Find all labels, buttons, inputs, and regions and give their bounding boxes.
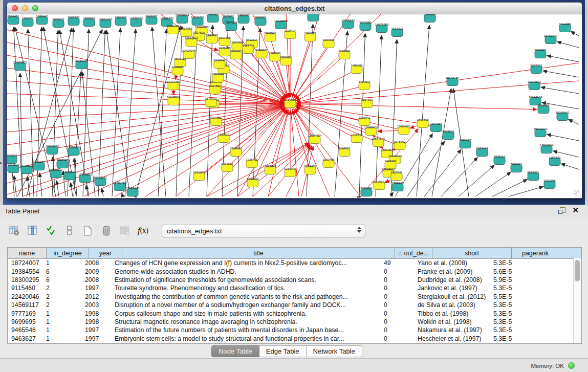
table-cell[interactable]: Disruption of a novel member of a sodium… bbox=[111, 301, 380, 309]
column-header-name[interactable]: name bbox=[8, 248, 46, 258]
float-window-icon[interactable] bbox=[558, 207, 565, 214]
table-cell[interactable]: 5.3E-5 bbox=[490, 301, 534, 309]
graph-node[interactable]: 6879197 bbox=[459, 139, 471, 148]
column-header-short[interactable]: short bbox=[432, 248, 511, 258]
graph-node[interactable]: 10688609 bbox=[364, 126, 378, 136]
graph-node[interactable]: 11156829 bbox=[20, 164, 33, 174]
minimize-button[interactable] bbox=[22, 5, 28, 11]
table-cell[interactable]: 5.3E-5 bbox=[490, 310, 534, 317]
graph-node[interactable]: 6466160 bbox=[237, 14, 250, 24]
graph-edge[interactable] bbox=[424, 149, 461, 196]
column-header-pagerank[interactable]: pagerank bbox=[511, 248, 559, 258]
table-cell[interactable]: 5.3E-5 bbox=[490, 326, 534, 334]
graph-node[interactable]: 7325415 bbox=[246, 158, 258, 168]
graph-node[interactable]: 8652612 bbox=[230, 50, 242, 59]
table-cell[interactable]: 1 bbox=[42, 259, 81, 267]
graph-node[interactable]: 8503722 bbox=[68, 16, 80, 26]
graph-node[interactable]: 2522541 bbox=[390, 171, 403, 181]
table-cell[interactable]: 14569117 bbox=[8, 301, 42, 309]
table-cell[interactable]: 6 bbox=[42, 268, 81, 275]
graph-edge[interactable] bbox=[7, 104, 290, 132]
table-cell[interactable]: 0 bbox=[380, 326, 414, 334]
graph-edge[interactable] bbox=[7, 55, 290, 104]
graph-node[interactable]: 3175685 bbox=[219, 47, 231, 56]
table-cell[interactable]: 9465546 bbox=[8, 326, 42, 334]
table-selector-dropdown[interactable]: citations_edges.txt bbox=[162, 225, 365, 237]
table-cell[interactable]: 1997 bbox=[81, 326, 111, 334]
table-cell[interactable]: 0 bbox=[380, 276, 414, 283]
column-header-out_de[interactable]: △out_de... bbox=[395, 248, 432, 258]
graph-node[interactable]: 15692371 bbox=[534, 127, 548, 137]
graph-edge[interactable] bbox=[407, 141, 445, 196]
select-all-checks-icon[interactable] bbox=[44, 224, 58, 238]
graph-node[interactable]: 3216642 bbox=[358, 116, 371, 126]
graph-node[interactable]: 9075692 bbox=[394, 140, 406, 150]
graph-node[interactable]: 1221797 bbox=[304, 32, 316, 41]
graph-edge[interactable] bbox=[290, 14, 319, 104]
new-table-icon[interactable] bbox=[81, 224, 95, 238]
graph-edge[interactable] bbox=[569, 120, 579, 124]
column-header-in_degree[interactable]: in_degree bbox=[46, 248, 89, 258]
graph-edge[interactable] bbox=[136, 196, 137, 198]
graph-node[interactable]: 11514519 bbox=[49, 168, 63, 178]
graph-node[interactable]: 7625402 bbox=[230, 147, 242, 157]
graph-node[interactable]: 9474444 bbox=[476, 147, 488, 157]
vertical-scrollbar[interactable] bbox=[573, 258, 581, 343]
graph-node[interactable]: 7609513 bbox=[83, 17, 95, 27]
graph-edge[interactable] bbox=[459, 165, 494, 196]
graph-node[interactable]: 20206576 bbox=[46, 145, 59, 155]
graph-node[interactable]: 19218586 bbox=[274, 19, 288, 29]
graph-node[interactable]: 12093832 bbox=[528, 80, 541, 90]
network-window-titlebar[interactable]: citations_edges.txt bbox=[7, 3, 582, 14]
graph-node[interactable]: 1054803 bbox=[322, 38, 335, 48]
graph-node[interactable]: 12213382 bbox=[167, 80, 181, 90]
table-cell[interactable]: Embryonic stem cells: a model to study s… bbox=[111, 335, 380, 342]
graph-edge[interactable] bbox=[39, 173, 42, 196]
table-cell[interactable]: 0 bbox=[380, 310, 414, 317]
graph-node[interactable]: 1853112 bbox=[218, 133, 230, 143]
graph-node[interactable]: 16958197 bbox=[94, 176, 107, 186]
table-cell[interactable]: de Silva et al. (2003) bbox=[414, 301, 490, 309]
graph-node[interactable]: 18226732 bbox=[191, 16, 205, 26]
table-cell[interactable]: 1998 bbox=[81, 318, 111, 325]
graph-edge[interactable] bbox=[122, 193, 123, 196]
graph-node[interactable]: 9827508 bbox=[219, 36, 231, 46]
table-cell[interactable]: 1997 bbox=[81, 335, 111, 342]
table-cell[interactable]: 0 bbox=[380, 318, 414, 325]
graph-node[interactable]: 8454749 bbox=[242, 44, 254, 54]
graph-edge[interactable] bbox=[296, 107, 357, 139]
graph-edge[interactable] bbox=[290, 104, 330, 196]
table-cell[interactable]: 19384554 bbox=[8, 268, 42, 275]
table-cell[interactable]: Wolkin et al. (1998) bbox=[414, 318, 490, 325]
graph-node[interactable]: 17957253 bbox=[78, 173, 92, 183]
graph-edge[interactable] bbox=[102, 188, 103, 196]
graph-node[interactable]: 9154694 bbox=[361, 98, 373, 108]
column-header-year[interactable]: year bbox=[89, 248, 122, 258]
graph-node[interactable]: 8512104 bbox=[307, 14, 319, 21]
graph-node[interactable]: 2718120 bbox=[171, 65, 184, 75]
graph-node[interactable]: 4935081 bbox=[7, 154, 17, 164]
table-cell[interactable]: 5.5E-5 bbox=[490, 293, 534, 300]
graph-node[interactable]: 9938924 bbox=[442, 130, 454, 140]
table-row[interactable]: 1456911722003Disruption of a novel membe… bbox=[8, 301, 581, 309]
graph-node[interactable]: 2935114 bbox=[494, 155, 506, 165]
graph-node[interactable]: 3391594 bbox=[7, 163, 19, 173]
graph-node[interactable]: 1733426 bbox=[391, 182, 404, 191]
table-row[interactable]: 2242004622012Investigating the contribut… bbox=[8, 293, 581, 301]
table-cell[interactable]: 0 bbox=[380, 335, 414, 342]
graph-node[interactable]: 8602222 bbox=[145, 15, 158, 25]
graph-edge[interactable] bbox=[571, 31, 579, 36]
graph-edge[interactable] bbox=[492, 180, 527, 196]
graph-node[interactable]: 10655327 bbox=[206, 14, 220, 23]
table-cell[interactable]: Estimation of significance thresholds fo… bbox=[111, 276, 380, 283]
graph-node[interactable]: 8904431 bbox=[7, 15, 19, 25]
table-cell[interactable]: Tourette syndrome. Phenomenology and cla… bbox=[111, 285, 380, 292]
table-cell[interactable]: 0 bbox=[380, 293, 414, 300]
graph-edge[interactable] bbox=[112, 28, 120, 196]
table-row[interactable]: 1872400712008Changes of HCN gene express… bbox=[8, 259, 581, 267]
graph-node[interactable]: 1913445 bbox=[264, 165, 276, 174]
graph-node[interactable]: 1184557 bbox=[339, 147, 351, 157]
graph-edge[interactable] bbox=[57, 181, 59, 196]
graph-node[interactable]: 9822031 bbox=[280, 56, 292, 65]
graph-node[interactable]: 2803144 bbox=[212, 73, 224, 82]
